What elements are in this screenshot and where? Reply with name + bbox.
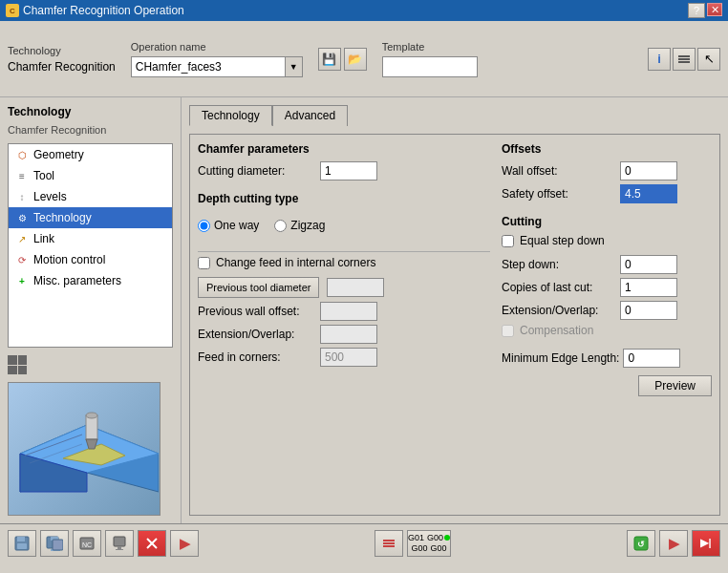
feed-in-corners-input[interactable]	[320, 348, 377, 367]
regen-button[interactable]: ↺	[627, 530, 655, 557]
settings-icon	[676, 52, 692, 67]
template-combo[interactable]	[382, 56, 478, 77]
cursor-button[interactable]: ↖	[697, 48, 720, 71]
operation-name-input[interactable]	[132, 57, 285, 76]
close-title-button[interactable]: ✕	[707, 3, 722, 16]
preview-button[interactable]: Preview	[638, 375, 712, 396]
svg-rect-15	[17, 543, 27, 549]
prev-wall-offset-input[interactable]	[320, 302, 377, 321]
step-down-input[interactable]	[620, 255, 677, 274]
svg-rect-27	[383, 540, 395, 541]
operation-name-combo[interactable]: ▼	[131, 56, 303, 77]
gcode-line1: G01 G00	[408, 533, 450, 543]
prev-tool-diameter-button[interactable]: Previous tool diameter	[198, 277, 319, 298]
template-section: Template	[382, 41, 478, 77]
wall-offset-row: Wall offset:	[502, 161, 712, 180]
red-bottom-button[interactable]	[138, 530, 166, 557]
arrow-right2-button[interactable]: ▶	[659, 530, 688, 557]
prev-tool-diam-row: Previous tool diameter	[198, 277, 490, 298]
gcode-g00-2-label: G00	[411, 543, 427, 554]
tab-advanced[interactable]: Advanced	[272, 105, 348, 126]
compensation-row: Compensation	[502, 324, 712, 337]
combo-arrow-icon[interactable]: ▼	[285, 57, 302, 76]
tab-technology[interactable]: Technology	[189, 105, 272, 126]
grid-icon	[8, 355, 27, 374]
save-button[interactable]: 💾	[318, 48, 341, 71]
sidebar-item-levels[interactable]: ↕ Levels	[9, 186, 172, 207]
ext-overlap-input[interactable]	[320, 325, 377, 344]
settings-button[interactable]	[673, 48, 696, 71]
svg-rect-2	[678, 61, 690, 63]
svg-rect-28	[383, 542, 395, 544]
sidebar-item-motion-control[interactable]: ⟳ Motion control	[9, 249, 172, 270]
one-way-radio-label[interactable]: One way	[198, 219, 259, 232]
green-dot-icon	[444, 535, 450, 541]
link-icon: ↗	[14, 231, 30, 246]
monitor-icon	[112, 536, 127, 551]
load-button[interactable]: 📂	[344, 48, 367, 71]
change-feed-checkbox[interactable]	[198, 257, 210, 269]
save2-bottom-button[interactable]	[40, 530, 69, 557]
sidebar-item-geometry[interactable]: ⬡ Geometry	[9, 144, 172, 165]
arrow-bottom-button[interactable]: ▶	[170, 530, 199, 557]
cutting-title: Cutting	[502, 215, 712, 228]
geometry-icon: ⬡	[14, 147, 30, 162]
template-input[interactable]	[383, 57, 477, 76]
arrow-right-icon: ▶	[180, 536, 190, 551]
tab-content: Chamfer parameters Cutting diameter: Dep…	[189, 134, 720, 516]
delete-icon	[145, 537, 159, 550]
svg-rect-0	[678, 55, 690, 57]
one-way-radio[interactable]	[198, 220, 210, 232]
monitor-button[interactable]	[105, 530, 134, 557]
info-button[interactable]: i	[648, 48, 671, 71]
layer-button[interactable]	[375, 530, 403, 557]
compensation-checkbox[interactable]	[502, 325, 514, 337]
sidebar-subtitle: Chamfer Recognition	[8, 124, 173, 136]
save-bottom-button[interactable]	[8, 530, 36, 557]
zigzag-radio-label[interactable]: Zigzag	[274, 219, 325, 232]
sidebar-item-tool[interactable]: ≡ Tool	[9, 165, 172, 186]
equal-step-down-checkbox[interactable]	[502, 235, 514, 247]
prev-tool-diameter-input[interactable]	[327, 278, 384, 297]
copies-last-cut-input[interactable]	[620, 278, 677, 297]
svg-rect-23	[118, 546, 121, 549]
safety-offset-label: Safety offset:	[502, 187, 616, 201]
help-title-button[interactable]: ?	[688, 3, 705, 18]
view-toggle[interactable]	[8, 355, 173, 374]
app-icon: C	[6, 4, 19, 17]
exit-button[interactable]: ▶|	[692, 530, 720, 557]
safety-offset-row: Safety offset:	[502, 184, 712, 203]
zigzag-radio[interactable]	[274, 220, 287, 232]
separator-1	[198, 251, 490, 252]
cutting-diameter-row: Cutting diameter:	[198, 161, 490, 180]
svg-rect-22	[114, 537, 125, 546]
floppy-icon	[14, 536, 30, 551]
min-edge-length-input[interactable]	[623, 349, 680, 368]
cutting-diameter-input[interactable]	[320, 161, 377, 180]
chamfer-params-group: Chamfer parameters Cutting diameter:	[198, 142, 490, 180]
gcode-line2: G00 G00	[411, 543, 446, 554]
depth-cutting-title: Depth cutting type	[198, 192, 490, 205]
sidebar-item-technology[interactable]: ⚙ Technology	[9, 207, 172, 228]
cutting-ext-overlap-label: Extension/Overlap:	[502, 304, 616, 317]
misc-icon: +	[14, 273, 30, 288]
safety-offset-input[interactable]	[620, 184, 677, 203]
gcode-btn1[interactable]: G01 G00 G00 G00	[407, 530, 451, 557]
copies-last-cut-row: Copies of last cut:	[502, 278, 712, 297]
svg-text:↺: ↺	[637, 540, 645, 549]
gcode-g00-1-label: G00	[427, 533, 443, 543]
sidebar-item-misc-params[interactable]: + Misc. parameters	[9, 270, 172, 291]
ext-overlap-row: Extension/Overlap:	[198, 325, 490, 344]
template-label: Template	[382, 41, 478, 53]
cutting-ext-overlap-row: Extension/Overlap:	[502, 301, 712, 320]
sidebar-item-technology-label: Technology	[33, 211, 92, 224]
change-feed-row: Change feed in internal corners	[198, 256, 490, 269]
bottom-left-buttons: NC ▶	[8, 530, 199, 557]
export-bottom-button[interactable]: NC	[73, 530, 101, 557]
sidebar-item-link[interactable]: ↗ Link	[9, 228, 172, 249]
svg-rect-29	[383, 545, 395, 547]
change-feed-label: Change feed in internal corners	[216, 256, 375, 269]
window-title: Chamfer Recognition Operation	[23, 4, 184, 17]
cutting-ext-overlap-input[interactable]	[620, 301, 677, 320]
wall-offset-input[interactable]	[620, 161, 677, 180]
